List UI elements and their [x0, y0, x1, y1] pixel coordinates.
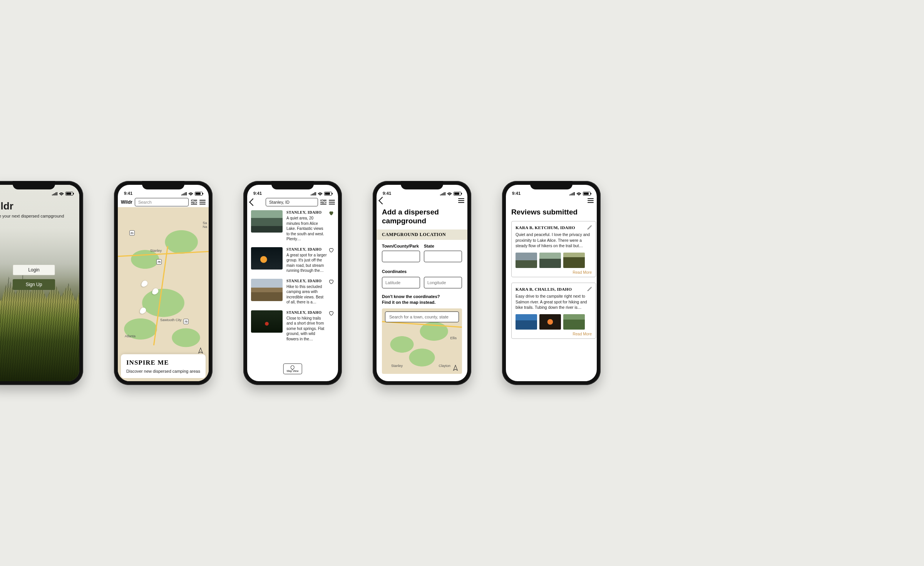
map-town-label: Ellis [450, 336, 457, 340]
compass-icon[interactable] [452, 365, 459, 372]
app-title: Wildr [0, 200, 79, 214]
review-heading: KARA B, KETCHUM, IDAHO [516, 225, 592, 230]
page-title: Reviews submitted [511, 208, 597, 216]
card-thumbnail [251, 310, 283, 333]
review-card: KARA B, CHALLIS, IDAHO Easy drive to the… [511, 283, 596, 339]
inspire-card[interactable]: INSPIRE ME Discover new dispersed campin… [121, 354, 206, 378]
signal-icon [569, 192, 575, 196]
review-photo[interactable] [539, 253, 561, 268]
review-photo[interactable] [516, 253, 537, 268]
campground-card[interactable]: STANLEY, IDAHOA quiet area, 20 minutes f… [251, 210, 334, 242]
card-location: STANLEY, IDAHO [286, 247, 327, 251]
map-pin[interactable] [151, 287, 160, 296]
menu-icon[interactable] [458, 198, 464, 203]
card-location: STANLEY, IDAHO [286, 279, 327, 283]
card-description: Close to hiking trails and a short drive… [286, 316, 327, 342]
review-heading: KARA B, CHALLIS, IDAHO [516, 287, 592, 291]
battery-icon [324, 192, 332, 196]
battery-icon [454, 192, 461, 196]
filter-icon[interactable] [191, 199, 197, 205]
signal-icon [440, 192, 445, 196]
location-picker-map[interactable]: Stanley Clayton Ellis Search for a town,… [382, 308, 462, 374]
back-button[interactable] [249, 198, 257, 206]
map-pin[interactable] [139, 306, 147, 315]
status-time: 9:41 [512, 191, 521, 196]
card-description: A quiet area, 20 minutes from Alice Lake… [286, 216, 327, 242]
signal-icon [311, 192, 316, 196]
card-description: Hike to this secluded camping area with … [286, 284, 327, 305]
pin-icon [290, 365, 295, 370]
favorite-icon[interactable] [328, 247, 334, 253]
status-time: 9:41 [124, 191, 132, 196]
favorite-icon[interactable] [328, 310, 334, 316]
campground-card[interactable]: STANLEY, IDAHOA great spot for a larger … [251, 247, 334, 273]
town-input[interactable] [382, 251, 420, 262]
battery-icon [195, 192, 203, 196]
phone-landing: 9:41 Wildr Locate your next dispersed ca… [0, 181, 83, 385]
review-body: Easy drive to the campsite right next to… [516, 293, 592, 310]
favorite-icon[interactable] [328, 279, 334, 285]
card-thumbnail [251, 210, 283, 233]
phone-reviews: 9:41 Reviews submitted KARA B, KETCHUM, … [502, 181, 601, 385]
coordinates-label: Coordinates [382, 269, 407, 274]
map-town-label: Atlanta [125, 334, 136, 338]
brand-label: Wildr [121, 199, 132, 205]
longitude-input[interactable] [424, 277, 462, 288]
filter-icon[interactable] [320, 199, 326, 205]
town-label: Town/County/Park [382, 244, 420, 248]
search-input[interactable]: Stanley, ID [266, 198, 318, 206]
menu-icon[interactable] [329, 200, 335, 204]
map-town-label: Stanley [150, 249, 162, 253]
signup-button[interactable]: Sign Up [13, 279, 55, 290]
latitude-input[interactable] [382, 277, 420, 288]
review-photo[interactable] [563, 253, 585, 268]
menu-icon[interactable] [199, 200, 206, 204]
edit-icon[interactable] [587, 286, 593, 291]
edit-icon[interactable] [587, 224, 593, 230]
phone-add: 9:41 Add a dispersed campground CAMPGROU… [373, 181, 471, 385]
signal-icon [181, 192, 187, 196]
route-shield: 75 [156, 259, 162, 265]
coordinates-hint: Don't know the coordinates?Find it on th… [382, 294, 462, 306]
map-view-button[interactable]: Map View [283, 363, 302, 374]
map-pin[interactable] [140, 280, 149, 288]
campground-card[interactable]: STANLEY, IDAHOHike to this secluded camp… [251, 279, 334, 305]
map-search-input[interactable]: Search for a town, county, state [385, 311, 459, 322]
phone-list: 9:41 Stanley, ID STANLEY, IDAHOA quiet a… [243, 181, 342, 385]
back-button[interactable] [378, 197, 386, 204]
state-label: State [424, 244, 462, 248]
inspire-title: INSPIRE ME [126, 359, 200, 367]
login-button[interactable]: Login [13, 265, 55, 275]
route-shield: 21 [129, 230, 135, 236]
menu-icon[interactable] [588, 198, 594, 203]
battery-icon [65, 192, 73, 196]
wifi-icon [576, 192, 581, 196]
card-thumbnail [251, 279, 283, 301]
state-input[interactable] [424, 251, 462, 262]
search-input[interactable]: Search [135, 198, 189, 206]
wifi-icon [447, 192, 452, 196]
page-title: Add a dispersed campground [382, 208, 462, 226]
read-more-link[interactable]: Read More [516, 270, 592, 275]
card-location: STANLEY, IDAHO [286, 310, 327, 315]
status-time: 9:41 [383, 191, 391, 196]
read-more-link[interactable]: Read More [516, 332, 592, 336]
card-description: A great spot for a larger group. It's ju… [286, 253, 327, 273]
card-location: STANLEY, IDAHO [286, 210, 327, 214]
battery-icon [583, 192, 591, 196]
review-photo[interactable] [563, 314, 585, 330]
card-thumbnail [251, 247, 283, 270]
review-photo[interactable] [539, 314, 561, 330]
wifi-icon [188, 192, 193, 196]
map-town-label: Sawtooth City [160, 318, 182, 322]
compass-icon[interactable] [197, 347, 204, 354]
campground-card[interactable]: STANLEY, IDAHOClose to hiking trails and… [251, 310, 334, 342]
route-shield: 75 [183, 319, 189, 324]
favorite-icon[interactable] [328, 210, 334, 216]
wifi-icon [318, 192, 323, 196]
review-photo[interactable] [516, 314, 537, 330]
phone-map: 9:41 Wildr Search 21 75 75 Stanley Sawto… [114, 181, 213, 385]
inspire-subtitle: Discover new dispersed camping areas [126, 369, 200, 373]
status-time: 9:41 [253, 191, 262, 196]
map-canvas[interactable]: 21 75 75 Stanley Sawtooth City Atlanta S… [118, 207, 209, 381]
